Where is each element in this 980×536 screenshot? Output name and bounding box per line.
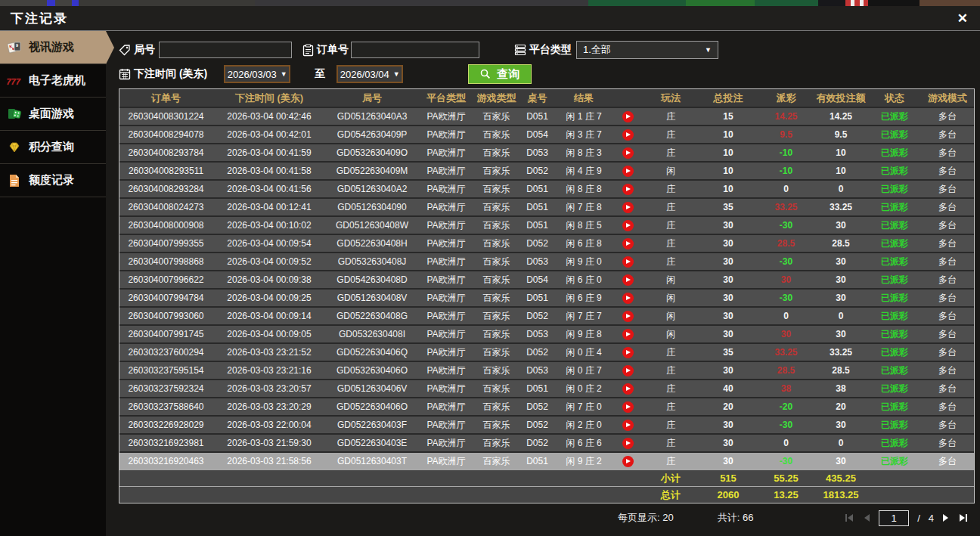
cell-round-no: GD0512630406V: [326, 383, 418, 394]
prev-page-icon[interactable]: [863, 513, 870, 522]
play-video-icon[interactable]: [612, 184, 644, 195]
search-button-label: 查询: [497, 67, 519, 82]
table-row[interactable]: 260303216923981 2026-03-03 21:59:30 GD05…: [119, 433, 974, 451]
play-video-icon[interactable]: [612, 420, 644, 431]
play-video-icon[interactable]: [612, 456, 644, 467]
table-row[interactable]: 260304008024273 2026-03-04 00:12:41 GD05…: [119, 197, 974, 215]
column-header: 桌号: [519, 91, 556, 105]
cell-bet-time: 2026-03-04 00:09:54: [212, 238, 326, 249]
table-row[interactable]: 260304007991745 2026-03-04 00:09:05 GD05…: [119, 324, 974, 342]
date-to-select[interactable]: 2026/03/04 ▼: [336, 65, 403, 83]
sidebar-item-credit-records[interactable]: 额度记录: [0, 164, 106, 197]
cell-status: 已派彩: [868, 129, 921, 141]
next-page-icon[interactable]: [942, 513, 950, 522]
cell-total-bet: 30: [698, 311, 758, 321]
sidebar-item-table-games[interactable]: 桌面游戏: [0, 98, 106, 131]
cell-valid-bet: 0: [814, 184, 868, 194]
page-number-input[interactable]: [879, 510, 909, 526]
table-row[interactable]: 260304008301224 2026-03-04 00:42:46 GD05…: [119, 107, 974, 125]
play-video-icon[interactable]: [612, 166, 644, 177]
cell-result: 闲 7 庄 8: [556, 199, 644, 215]
table-row[interactable]: 260303226928029 2026-03-03 22:00:04 GD05…: [119, 415, 974, 433]
play-video-icon[interactable]: [612, 274, 644, 286]
sidebar-item-slots[interactable]: 777 电子老虎机: [0, 64, 106, 98]
cell-game-type: 百家乐: [474, 129, 519, 141]
cell-order-no: 260304008301224: [119, 111, 212, 122]
play-video-icon[interactable]: [612, 311, 644, 322]
cell-game-mode: 多台: [921, 129, 974, 141]
play-video-icon[interactable]: [612, 220, 644, 231]
cell-platform: PA欧洲厅: [418, 383, 474, 395]
date-from-select[interactable]: 2026/03/03 ▼: [224, 65, 290, 83]
cell-game-type: 百家乐: [474, 201, 519, 214]
cell-total-bet: 35: [698, 347, 758, 358]
play-video-icon[interactable]: [612, 111, 644, 122]
cell-round-no: GD0532630409O: [326, 147, 418, 158]
round-no-input[interactable]: [159, 42, 292, 58]
records-table: 订单号 下注时间 (美东) 局号 平台类型 游戏类型 桌号 结果 玩法 总投注 …: [119, 88, 975, 503]
first-page-icon[interactable]: [845, 513, 854, 522]
order-no-input[interactable]: [351, 42, 479, 58]
table-row[interactable]: 260304007994784 2026-03-04 00:09:25 GD05…: [119, 288, 974, 306]
cell-order-no: 260304008294078: [119, 129, 212, 140]
cell-total-bet: 10: [698, 184, 758, 194]
close-icon[interactable]: ✕: [957, 12, 968, 25]
play-video-icon[interactable]: [612, 147, 644, 159]
cell-game-mode: 多台: [921, 165, 974, 178]
table-row[interactable]: 260304008000908 2026-03-04 00:10:02 GD05…: [119, 215, 974, 234]
cell-valid-bet: 30: [814, 256, 868, 267]
table-row[interactable]: 260304008293784 2026-03-04 00:41:59 GD05…: [119, 143, 974, 161]
play-video-icon[interactable]: [612, 202, 644, 213]
play-video-icon[interactable]: [612, 329, 644, 340]
table-row[interactable]: 260304007999355 2026-03-04 00:09:54 GD05…: [119, 234, 974, 252]
table-row[interactable]: 260304008293511 2026-03-04 00:41:58 GD05…: [119, 161, 974, 179]
table-row[interactable]: 260303237600294 2026-03-03 23:21:52 GD05…: [119, 342, 974, 361]
cell-status: 已派彩: [868, 292, 921, 305]
play-video-icon[interactable]: [612, 129, 644, 141]
last-page-icon[interactable]: [958, 513, 968, 522]
table-row[interactable]: 260304008293284 2026-03-04 00:41:56 GD05…: [119, 179, 974, 197]
table-row[interactable]: 260304008294078 2026-03-04 00:42:01 GD05…: [119, 125, 974, 143]
cell-round-no: GD0522630403E: [326, 438, 418, 448]
sidebar-item-points[interactable]: 积分查询: [0, 131, 106, 164]
cell-table-no: D053: [519, 365, 556, 376]
play-video-icon[interactable]: [612, 365, 644, 376]
search-button[interactable]: 查询: [468, 64, 532, 84]
play-video-icon[interactable]: [612, 256, 644, 268]
table-row[interactable]: 260303237588640 2026-03-03 23:20:29 GD05…: [119, 397, 974, 415]
play-video-icon[interactable]: [612, 383, 644, 395]
cell-table-no: D051: [519, 184, 556, 194]
screen: 下注记录 ✕ K9 视讯游戏 777 电子老虎机: [0, 0, 980, 536]
search-icon: [480, 69, 491, 79]
table-row[interactable]: 260303216920463 2026-03-03 21:58:56 GD05…: [119, 451, 974, 469]
cell-payout: -30: [758, 293, 814, 303]
play-video-icon[interactable]: [612, 438, 644, 449]
cell-order-no: 260304007996622: [119, 274, 212, 285]
filter-row-2: 下注时间 (美东) 2026/03/03 ▼ 至 2026/03/04 ▼: [119, 64, 975, 84]
table-row[interactable]: 260303237595154 2026-03-03 23:21:16 GD05…: [119, 361, 974, 379]
platform-type-select[interactable]: 1.全部 ▼: [576, 41, 718, 59]
play-video-icon[interactable]: [612, 347, 644, 358]
play-video-icon[interactable]: [612, 401, 644, 413]
grand-total-bet: 2060: [698, 489, 758, 500]
cell-game-type: 百家乐: [474, 256, 519, 268]
table-row[interactable]: 260304007993060 2026-03-04 00:09:14 GD05…: [119, 306, 974, 324]
cell-round-no: GD0532630408J: [326, 256, 418, 267]
cell-result: 闲 6 庄 0: [556, 271, 644, 288]
play-video-icon[interactable]: [612, 238, 644, 249]
subtotal-payout: 55.25: [758, 472, 814, 484]
calendar-icon: [119, 68, 131, 80]
cell-bet-type: 庄: [644, 383, 698, 395]
cell-status: 已派彩: [868, 147, 921, 160]
sidebar-item-video-games[interactable]: K9 视讯游戏: [0, 31, 106, 64]
cell-bet-type: 闲: [644, 310, 698, 323]
cell-order-no: 260304008000908: [119, 220, 212, 231]
cell-status: 已派彩: [868, 237, 921, 250]
cell-result: 闲 1 庄 7: [556, 108, 644, 125]
table-row[interactable]: 260304007996622 2026-03-04 00:09:38 GD05…: [119, 270, 974, 288]
play-video-icon[interactable]: [612, 293, 644, 304]
table-row[interactable]: 260304007998868 2026-03-04 00:09:52 GD05…: [119, 252, 974, 270]
cell-total-bet: 30: [698, 256, 758, 267]
to-label: 至: [315, 67, 325, 81]
table-row[interactable]: 260303237592324 2026-03-03 23:20:57 GD05…: [119, 379, 974, 397]
